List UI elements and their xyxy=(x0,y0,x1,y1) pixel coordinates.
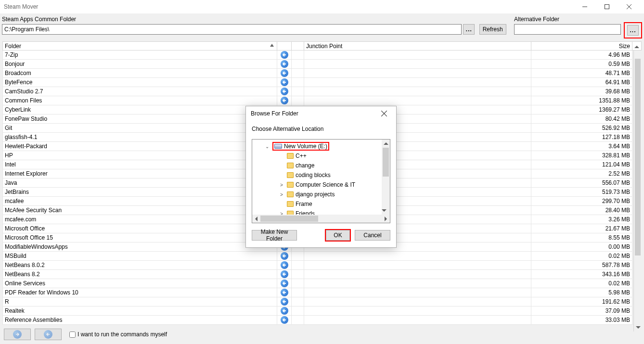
table-row[interactable]: Bonjour0.59 MB xyxy=(3,60,642,69)
table-row[interactable]: MSBuild0.02 MB xyxy=(3,252,642,261)
browse-source-button[interactable]: ... xyxy=(463,24,475,35)
cell-move-left[interactable] xyxy=(277,297,292,306)
scrollbar-thumb[interactable] xyxy=(635,59,641,255)
table-row[interactable]: NetBeans 8.0.2587.78 MB xyxy=(3,261,642,270)
table-row[interactable]: NetBeans 8.2343.16 MB xyxy=(3,270,642,279)
cell-move-left[interactable] xyxy=(277,288,292,297)
table-row[interactable]: Common Files1351.88 MB xyxy=(3,96,642,105)
refresh-button[interactable]: Refresh xyxy=(479,24,506,35)
arrow-left-icon xyxy=(281,289,288,296)
cell-size: 80.42 MB xyxy=(531,115,632,124)
cell-move-left[interactable] xyxy=(277,96,292,105)
tree-scroll-thumb[interactable] xyxy=(383,148,389,177)
tree-hscroll-thumb[interactable] xyxy=(260,216,318,222)
cell-folder: glassfish-4.1 xyxy=(3,133,277,142)
chevron-down-icon[interactable]: ⌄ xyxy=(264,144,270,149)
run-commands-input[interactable] xyxy=(69,331,76,338)
dialog-close-button[interactable] xyxy=(377,106,391,121)
source-path-input[interactable] xyxy=(2,24,462,35)
cell-move-left[interactable] xyxy=(277,306,292,316)
col-size[interactable]: Size xyxy=(531,42,632,51)
tree-scroll-up[interactable] xyxy=(382,140,390,148)
col-move-left[interactable] xyxy=(277,42,292,51)
cell-move-right[interactable] xyxy=(292,316,304,325)
table-row[interactable]: PDF Reader for Windows 105.98 MB xyxy=(3,288,642,297)
cell-move-left[interactable] xyxy=(277,60,292,69)
move-right-button[interactable] xyxy=(4,329,31,340)
cell-move-left[interactable] xyxy=(277,51,292,60)
tree-item[interactable]: change xyxy=(264,161,381,170)
tree-item[interactable]: >django projects xyxy=(264,190,381,199)
run-commands-checkbox[interactable]: I want to run the commands myself xyxy=(69,331,167,338)
tree-item[interactable]: >Computer Science & IT xyxy=(264,180,381,190)
cell-folder: Git xyxy=(3,124,277,133)
cell-move-right[interactable] xyxy=(292,96,304,105)
tree-item-drive[interactable]: ⌄ New Volume (E:) xyxy=(264,141,381,151)
chevron-right-icon[interactable]: > xyxy=(278,192,285,197)
tree-scroll-down[interactable] xyxy=(382,206,386,215)
col-folder[interactable]: Folder xyxy=(3,42,277,51)
cell-move-left[interactable] xyxy=(277,252,292,261)
folder-icon xyxy=(287,153,294,159)
cancel-button[interactable]: Cancel xyxy=(355,230,390,241)
tree-horizontal-scrollbar[interactable] xyxy=(252,215,390,223)
tree-item[interactable]: C++ xyxy=(264,151,381,161)
cell-move-right[interactable] xyxy=(292,87,304,96)
cell-size: 1351.88 MB xyxy=(531,96,632,105)
move-left-button[interactable] xyxy=(35,329,62,340)
cell-move-left[interactable] xyxy=(277,279,292,288)
table-row[interactable]: Reference Assemblies33.03 MB xyxy=(3,316,642,325)
cell-move-right[interactable] xyxy=(292,297,304,306)
cell-folder: Intel xyxy=(3,160,277,169)
ok-button[interactable]: OK xyxy=(326,230,350,241)
table-row[interactable]: Broadcom48.71 MB xyxy=(3,69,642,78)
cell-move-right[interactable] xyxy=(292,60,304,69)
cell-size: 328.81 MB xyxy=(531,151,632,160)
cell-move-left[interactable] xyxy=(277,69,292,78)
cell-move-left[interactable] xyxy=(277,87,292,96)
arrow-left-icon xyxy=(281,51,288,59)
close-button[interactable] xyxy=(618,0,640,13)
cell-move-left[interactable] xyxy=(277,261,292,270)
maximize-button[interactable] xyxy=(596,0,618,13)
cell-folder: FonePaw Studio xyxy=(3,115,277,124)
table-row[interactable]: Online Services0.02 MB xyxy=(3,279,642,288)
make-new-folder-button[interactable]: Make New Folder xyxy=(252,230,297,241)
chevron-right-icon[interactable]: > xyxy=(278,182,285,188)
cell-move-right[interactable] xyxy=(292,279,304,288)
browse-alt-button[interactable]: ... xyxy=(627,25,639,36)
tree-scroll-left[interactable] xyxy=(252,215,260,223)
cell-move-right[interactable] xyxy=(292,270,304,279)
tree-item[interactable]: Frame xyxy=(264,199,381,209)
col-junction[interactable]: Junction Point xyxy=(304,42,531,51)
tree-item[interactable]: coding blocks xyxy=(264,170,381,180)
cell-move-right[interactable] xyxy=(292,69,304,78)
cell-move-left[interactable] xyxy=(277,78,292,87)
folder-icon xyxy=(287,163,294,168)
cell-size: 3.26 MB xyxy=(531,215,632,224)
table-row[interactable]: Realtek37.09 MB xyxy=(3,306,642,316)
table-row[interactable]: 7-Zip4.96 MB xyxy=(3,51,642,60)
cell-move-right[interactable] xyxy=(292,288,304,297)
browse-folder-dialog: Browse For Folder Choose Alternative Loc… xyxy=(245,106,397,248)
cell-move-right[interactable] xyxy=(292,51,304,60)
table-row[interactable]: ByteFence64.91 MB xyxy=(3,78,642,87)
folder-tree[interactable]: ⌄ New Volume (E:) C++changecoding blocks… xyxy=(252,139,390,223)
tree-vertical-scrollbar[interactable] xyxy=(382,140,390,215)
col-move-right[interactable] xyxy=(292,42,304,51)
cell-move-right[interactable] xyxy=(292,306,304,316)
cell-move-left[interactable] xyxy=(277,316,292,325)
table-row[interactable]: CamStudio 2.739.68 MB xyxy=(3,87,642,96)
cell-move-left[interactable] xyxy=(277,270,292,279)
folder-icon xyxy=(287,172,294,178)
table-vertical-scrollbar[interactable] xyxy=(633,51,642,331)
cell-move-right[interactable] xyxy=(292,261,304,270)
table-row[interactable]: R191.62 MB xyxy=(3,297,642,306)
cell-move-right[interactable] xyxy=(292,252,304,261)
cell-size: 2.52 MB xyxy=(531,169,632,178)
cell-move-right[interactable] xyxy=(292,78,304,87)
folder-icon xyxy=(287,201,294,207)
alt-path-input[interactable] xyxy=(514,24,621,35)
tree-scroll-right[interactable] xyxy=(382,215,390,223)
minimize-button[interactable] xyxy=(574,0,596,13)
